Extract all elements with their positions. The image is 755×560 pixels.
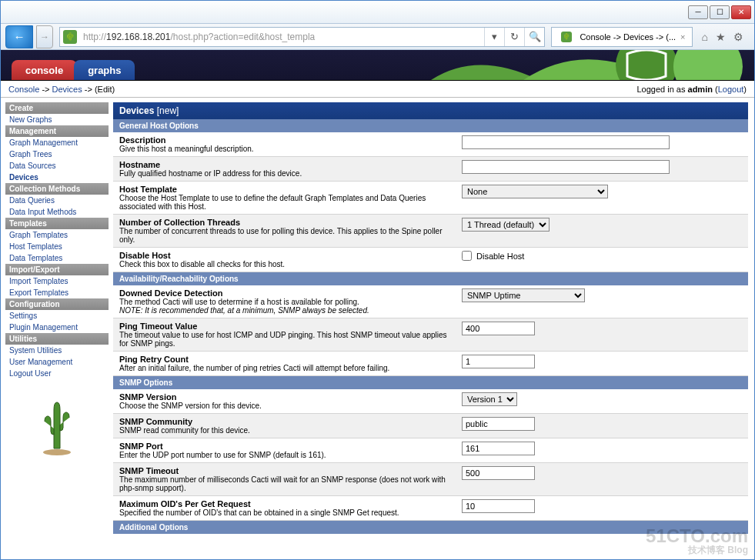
sidebar: Create New Graphs Management Graph Manag…: [1, 98, 113, 559]
section-availability: Availability/Reachability Options: [113, 272, 748, 285]
tab-title: Console -> Devices -> (...: [580, 32, 676, 42]
sidebar-item-system-utilities[interactable]: System Utilities: [5, 345, 109, 356]
input-hostname[interactable]: [462, 160, 670, 174]
section-snmp: SNMP Options: [113, 376, 748, 389]
section-additional: Additional Options: [113, 521, 748, 534]
label-snmp-port: SNMP Port: [119, 442, 449, 451]
sidebar-item-logout-user[interactable]: Logout User: [5, 368, 109, 379]
maximize-button[interactable]: ☐: [710, 5, 730, 19]
url-dropdown[interactable]: ▾: [484, 28, 504, 46]
input-max-oid[interactable]: [462, 499, 535, 513]
tab-icon: 🌵: [561, 32, 572, 42]
header-decor: [431, 50, 754, 80]
label-ping-retry: Ping Retry Count: [119, 355, 449, 364]
login-status: Logged in as admin (Logout): [636, 85, 747, 94]
sidebar-item-data-templates[interactable]: Data Templates: [5, 252, 109, 264]
label-snmp-version: SNMP Version: [119, 392, 449, 402]
back-button[interactable]: ←: [5, 25, 33, 48]
svg-point-0: [616, 50, 677, 80]
label-disable: Disable Host: [119, 251, 449, 260]
tab-close-icon[interactable]: ×: [680, 32, 685, 42]
sidebar-item-graph-templates[interactable]: Graph Templates: [5, 229, 109, 241]
section-general: General Host Options: [113, 119, 748, 132]
tools-icon[interactable]: ⚙: [733, 31, 743, 43]
select-host-template[interactable]: None: [462, 185, 608, 198]
sidebar-item-import-templates[interactable]: Import Templates: [5, 275, 109, 287]
sidebar-item-data-sources[interactable]: Data Sources: [5, 160, 109, 172]
svg-point-2: [43, 449, 71, 455]
cactus-logo: [5, 395, 109, 458]
label-threads: Number of Collection Threads: [119, 218, 449, 227]
crumb-devices[interactable]: Devices: [52, 85, 82, 94]
label-downed: Downed Device Detection: [119, 288, 449, 298]
sidebar-item-host-templates[interactable]: Host Templates: [5, 241, 109, 252]
sidebar-item-user-management[interactable]: User Management: [5, 356, 109, 368]
sidebar-item-graph-management[interactable]: Graph Management: [5, 137, 109, 148]
sidebar-item-plugin-management[interactable]: Plugin Management: [5, 322, 109, 333]
label-description: Description: [119, 135, 449, 145]
tab-graphs[interactable]: graphs: [74, 60, 135, 80]
checkbox-disable-host[interactable]: [462, 251, 472, 261]
main-content: Devices [new] General Host Options Descr…: [113, 98, 754, 559]
favorites-icon[interactable]: ★: [716, 31, 726, 43]
sidebar-item-data-input[interactable]: Data Input Methods: [5, 206, 109, 218]
input-snmp-port[interactable]: [462, 442, 535, 455]
forward-button[interactable]: →: [36, 25, 53, 48]
app-header: console graphs: [1, 50, 754, 81]
label-hostname: Hostname: [119, 160, 449, 169]
input-snmp-timeout[interactable]: [462, 466, 535, 480]
svg-point-1: [673, 50, 743, 80]
crumb-edit: (Edit): [95, 85, 115, 94]
window-titlebar: ─ ☐ ✕: [1, 1, 754, 24]
checkbox-label-disable: Disable Host: [476, 252, 524, 261]
logout-link[interactable]: Logout: [718, 85, 744, 94]
url-input[interactable]: http://192.168.18.201/host.php?action=ed…: [80, 32, 484, 42]
label-host-template: Host Template: [119, 185, 449, 194]
label-ping-timeout: Ping Timeout Value: [119, 322, 449, 331]
sidebar-header-collection: Collection Methods: [5, 183, 109, 195]
browser-toolbar: ← → 🌵 http://192.168.18.201/host.php?act…: [1, 24, 754, 50]
close-button[interactable]: ✕: [731, 5, 751, 19]
input-snmp-community[interactable]: [462, 417, 535, 431]
sidebar-item-data-queries[interactable]: Data Queries: [5, 195, 109, 206]
sidebar-header-create: Create: [5, 102, 109, 114]
select-downed[interactable]: SNMP Uptime: [462, 288, 585, 302]
breadcrumb: Console -> Devices -> (Edit) Logged in a…: [1, 81, 754, 98]
site-icon: 🌵: [63, 30, 77, 44]
sidebar-item-devices[interactable]: Devices: [5, 172, 109, 183]
sidebar-item-new-graphs[interactable]: New Graphs: [5, 114, 109, 125]
input-ping-retry[interactable]: [462, 355, 535, 368]
refresh-button[interactable]: ↻: [504, 28, 524, 46]
label-max-oid: Maximum OID's Per Get Request: [119, 499, 449, 508]
minimize-button[interactable]: ─: [688, 5, 708, 19]
browser-tab[interactable]: 🌵 Console -> Devices -> (... ×: [551, 27, 692, 47]
home-icon[interactable]: ⌂: [702, 31, 708, 43]
select-snmp-version[interactable]: Version 1: [462, 392, 517, 406]
tab-console[interactable]: console: [12, 60, 77, 80]
crumb-console[interactable]: Console: [8, 85, 39, 94]
input-description[interactable]: [462, 135, 670, 149]
sidebar-item-export-templates[interactable]: Export Templates: [5, 287, 109, 298]
sidebar-header-utilities: Utilities: [5, 333, 109, 345]
address-bar[interactable]: 🌵 http://192.168.18.201/host.php?action=…: [59, 27, 545, 47]
sidebar-header-import-export: Import/Export: [5, 264, 109, 275]
sidebar-header-templates: Templates: [5, 218, 109, 229]
input-ping-timeout[interactable]: [462, 322, 535, 335]
label-snmp-community: SNMP Community: [119, 417, 449, 426]
search-button[interactable]: 🔍: [524, 28, 544, 46]
sidebar-item-settings[interactable]: Settings: [5, 310, 109, 322]
panel-title: Devices [new]: [113, 102, 748, 119]
select-threads[interactable]: 1 Thread (default): [462, 218, 550, 232]
sidebar-header-configuration: Configuration: [5, 298, 109, 310]
label-snmp-timeout: SNMP Timeout: [119, 466, 449, 475]
sidebar-header-management: Management: [5, 125, 109, 137]
sidebar-item-graph-trees[interactable]: Graph Trees: [5, 148, 109, 160]
